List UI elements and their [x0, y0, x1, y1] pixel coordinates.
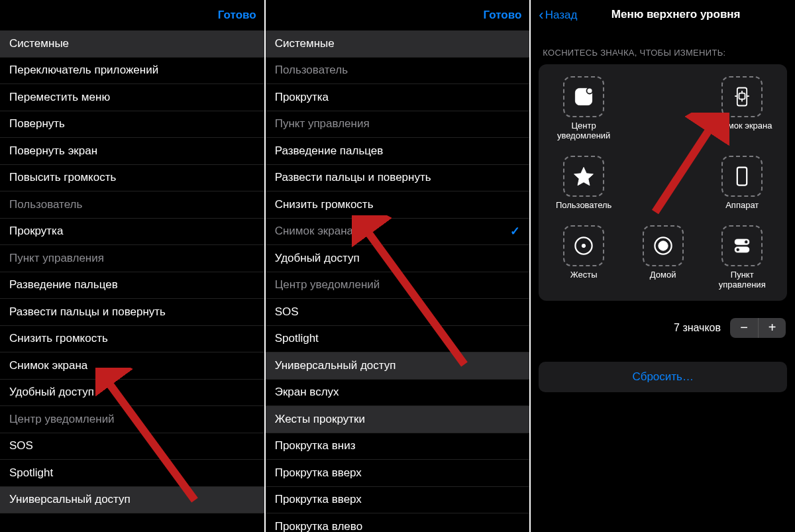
list-item[interactable]: Прокрутка влево — [266, 513, 530, 532]
icon-grid-card: Центр уведомленийСнимок экранаПользовате… — [539, 64, 787, 301]
list-item-label: Повернуть экран — [9, 144, 97, 158]
list-item[interactable]: Разведение пальцев — [0, 272, 264, 299]
list-item[interactable]: Центр уведомлений — [266, 272, 530, 299]
list-item[interactable]: Пользователь — [266, 58, 530, 85]
section-header: Жесты прокрутки — [266, 406, 530, 433]
list-item[interactable]: Повысить громкость — [0, 165, 264, 192]
list-item-label: SOS — [275, 305, 299, 319]
icon-label: Снимок экрана — [712, 121, 772, 131]
list-item[interactable]: Экран вслух — [266, 380, 530, 407]
panel-2-header: Готово — [266, 0, 530, 30]
panel-3-header: ‹ Назад Меню верхнего уровня — [531, 0, 795, 30]
list-item[interactable]: Прокрутка — [0, 219, 264, 246]
list-item-label: Прокрутка вверх — [275, 493, 362, 506]
section-header: Универсальный доступ — [0, 487, 264, 514]
list-item[interactable]: Прокрутка вверх — [266, 487, 530, 514]
panel-1-header: Готово — [0, 0, 264, 30]
back-button[interactable]: ‹ Назад — [539, 8, 577, 23]
menu-icon-control-center[interactable]: Пункт управления — [705, 225, 779, 290]
menu-icon-gestures[interactable]: Жесты — [547, 225, 621, 290]
home-icon — [643, 225, 684, 266]
list-item-label: Универсальный доступ — [9, 493, 131, 506]
icon-count: 7 значков — [674, 322, 721, 334]
list-item-label: Жесты прокрутки — [275, 413, 365, 426]
icon-label: Аппарат — [725, 201, 759, 211]
menu-icon-notification-center[interactable]: Центр уведомлений — [547, 76, 621, 141]
done-button[interactable]: Готово — [483, 9, 521, 22]
star-icon — [563, 156, 604, 197]
list-item-label: Удобный доступ — [9, 386, 94, 399]
list-item[interactable]: Spotlight — [266, 326, 530, 353]
list-item-label: Spotlight — [275, 332, 319, 345]
menu-icon-screenshot[interactable]: Снимок экрана — [705, 76, 779, 141]
svg-point-18 — [736, 248, 739, 251]
list-item-label: Системные — [9, 37, 69, 50]
list-item[interactable]: Прокрутка вниз — [266, 433, 530, 460]
list-item[interactable]: Снимок экрана — [0, 352, 264, 380]
svg-point-14 — [658, 241, 667, 250]
list-item[interactable]: Развести пальцы и повернуть — [266, 165, 530, 192]
list-item[interactable]: Удобный доступ — [0, 380, 264, 407]
list-item[interactable]: Центр уведомлений — [0, 406, 264, 433]
panel-2: Готово СистемныеПользовательПрокруткаПун… — [266, 0, 531, 532]
list-item[interactable]: Пункт управления — [266, 111, 530, 138]
svg-point-16 — [745, 240, 748, 243]
page-title: Меню верхнего уровня — [611, 8, 741, 21]
screenshot-icon — [721, 76, 763, 117]
list-item[interactable]: Пользователь — [0, 191, 264, 219]
list-item[interactable]: Прокрутка — [266, 84, 530, 111]
list-item[interactable]: Повернуть — [0, 111, 264, 138]
list-item-label: Пункт управления — [275, 117, 370, 131]
list-item-label: Снимок экрана — [275, 225, 353, 238]
list-item[interactable]: Spotlight — [0, 460, 264, 487]
svg-rect-10 — [737, 167, 747, 185]
list-item[interactable]: SOS — [0, 433, 264, 460]
toggles-icon — [721, 225, 763, 266]
stepper-plus[interactable]: + — [758, 318, 786, 338]
done-button[interactable]: Готово — [218, 9, 256, 22]
list-item-label: Повернуть — [9, 117, 65, 131]
list-item[interactable]: Удобный доступ — [266, 245, 530, 272]
list-item-label: Переключатель приложений — [9, 64, 158, 77]
list-item-label: Прокрутка влево — [275, 520, 362, 532]
list-item[interactable]: Разведение пальцев — [266, 138, 530, 165]
list-item-label: Разведение пальцев — [275, 144, 384, 158]
list-item[interactable]: SOS — [266, 299, 530, 326]
list-item-label: Пункт управления — [9, 252, 104, 265]
list-item-label: Снизить громкость — [9, 332, 108, 345]
list-item-label: Развести пальцы и повернуть — [275, 171, 431, 184]
svg-rect-5 — [739, 93, 745, 99]
section-header: Универсальный доступ — [266, 352, 530, 380]
menu-icon-custom[interactable]: Пользователь — [547, 156, 621, 211]
list-item[interactable]: Прокрутка вверх — [266, 460, 530, 487]
svg-point-3 — [587, 88, 593, 94]
section-caption: КОСНИТЕСЬ ЗНАЧКА, ЧТОБЫ ИЗМЕНИТЬ: — [531, 30, 795, 64]
list-item-label: Переместить меню — [9, 91, 110, 104]
menu-icon-home[interactable]: Домой — [626, 225, 700, 290]
list-item-label: Прокрутка — [9, 225, 63, 238]
list-item[interactable]: Снимок экрана✓ — [266, 219, 530, 246]
checkmark-icon: ✓ — [510, 224, 520, 239]
list-item-label: Прокрутка — [275, 91, 329, 104]
svg-point-12 — [582, 244, 585, 247]
list-item-label: Центр уведомлений — [275, 278, 380, 292]
section-header: Системные — [0, 30, 264, 58]
icon-label: Пользователь — [556, 201, 611, 211]
icon-stepper: − + — [730, 318, 786, 338]
list-item[interactable]: Переключатель приложений — [0, 58, 264, 85]
list-item-label: SOS — [9, 439, 33, 452]
list-item-label: Снимок экрана — [9, 359, 87, 372]
device-icon — [721, 156, 763, 197]
list-item[interactable]: Пункт управления — [0, 245, 264, 272]
stepper-minus[interactable]: − — [730, 318, 758, 338]
reset-button[interactable]: Сбросить… — [539, 362, 787, 392]
list-item[interactable]: Повернуть экран — [0, 138, 264, 165]
list-item-label: Разведение пальцев — [9, 278, 118, 292]
list-item[interactable]: Снизить громкость — [0, 326, 264, 353]
icon-label: Жесты — [570, 270, 598, 280]
list-item-label: Пользователь — [9, 198, 82, 211]
list-item[interactable]: Переместить меню — [0, 84, 264, 111]
menu-icon-device[interactable]: Аппарат — [705, 156, 779, 211]
list-item[interactable]: Развести пальцы и повернуть — [0, 299, 264, 326]
list-item[interactable]: Снизить громкость — [266, 191, 530, 219]
